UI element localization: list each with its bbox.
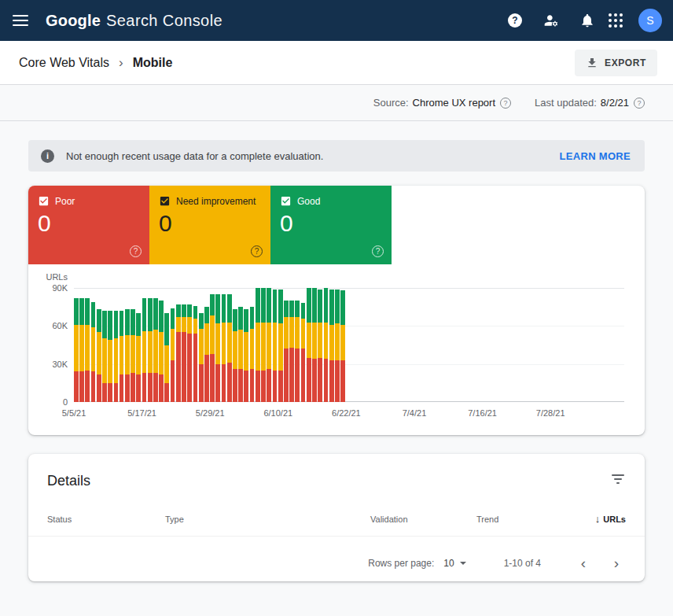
last-updated-label: Last updated: (535, 97, 597, 109)
chart-bar (91, 288, 96, 402)
chart-bar (227, 288, 232, 402)
details-title: Details (28, 473, 645, 489)
menu-icon[interactable] (13, 15, 28, 26)
tile-good-value: 0 (280, 210, 382, 238)
rows-per-page-select[interactable]: 10 (443, 558, 465, 569)
x-axis-tick-label: 5/29/21 (196, 408, 225, 418)
user-settings-icon[interactable] (542, 12, 560, 29)
chart-bar (307, 288, 311, 402)
chart-bar (176, 288, 181, 402)
chart-bar (125, 288, 130, 402)
tile-good[interactable]: Good 0 ? (270, 186, 392, 264)
export-button[interactable]: EXPORT (575, 50, 657, 76)
chart-bar (204, 288, 209, 402)
chart-bar (79, 288, 84, 402)
app-title: Google Search Console (46, 12, 222, 30)
column-header-urls[interactable]: ↓ URLs (563, 513, 626, 525)
chart-bar (108, 288, 112, 402)
previous-page-button[interactable]: ‹ (574, 555, 593, 570)
source-help-icon[interactable]: ? (500, 98, 511, 109)
urls-chart: URLs 90K 60K 30K 0 5/5/215/17/215/29/216… (28, 264, 645, 422)
tile-poor-label: Poor (55, 196, 75, 207)
chart-bar (164, 288, 169, 402)
chart-bar (114, 288, 119, 402)
chart-bar (159, 288, 164, 402)
chart-bar (324, 288, 329, 402)
chart-bar (289, 288, 294, 402)
chart-bar (278, 288, 283, 402)
chart-bar (142, 288, 147, 402)
pagination-bar: Rows per page: 10 1-10 of 4 ‹ › (28, 537, 645, 575)
brand-google: Google (46, 12, 101, 30)
learn-more-link[interactable]: LEARN MORE (560, 150, 631, 162)
column-header-type[interactable]: Type (165, 515, 370, 524)
chart-bar (74, 288, 79, 402)
next-page-button[interactable]: › (607, 555, 626, 570)
chart-bar (295, 288, 300, 402)
core-web-vitals-card: Poor 0 ? Need improvement 0 ? Good 0 (28, 186, 645, 435)
x-axis-tick-label: 5/17/21 (127, 408, 156, 418)
tile-need-improvement-help-icon[interactable]: ? (251, 245, 263, 257)
chart-bar (312, 288, 317, 402)
rows-per-page-value: 10 (443, 558, 454, 569)
x-axis-tick-label: 5/5/21 (62, 408, 86, 418)
x-axis-tick-label: 7/4/21 (403, 408, 427, 418)
chart-bar (187, 288, 192, 402)
column-header-urls-label: URLs (603, 515, 626, 524)
x-axis-tick-label: 7/28/21 (536, 408, 565, 418)
chart-bar (273, 288, 278, 402)
last-updated-help-icon[interactable]: ? (634, 98, 645, 109)
tile-poor[interactable]: Poor 0 ? (28, 186, 149, 264)
page-title: Mobile (133, 56, 173, 70)
export-button-label: EXPORT (605, 57, 646, 68)
chart-bar (267, 288, 271, 402)
y-tick-90k: 90K (36, 283, 68, 293)
chevron-right-icon: › (119, 55, 123, 71)
help-icon[interactable]: ? (506, 12, 524, 29)
top-app-bar: Google Search Console ? S (0, 0, 673, 41)
tile-good-help-icon[interactable]: ? (372, 245, 384, 257)
chart-bar (102, 288, 107, 402)
chart-bar (256, 288, 260, 402)
filter-icon[interactable] (610, 473, 626, 485)
y-tick-0: 0 (36, 397, 68, 407)
chart-bar (335, 288, 340, 402)
rows-per-page-label: Rows per page: (368, 558, 434, 569)
column-header-trend[interactable]: Trend (476, 515, 563, 524)
info-banner: i Not enough recent usage data for a com… (28, 140, 645, 172)
tile-poor-help-icon[interactable]: ? (130, 245, 142, 257)
column-header-validation[interactable]: Validation (370, 515, 476, 524)
chart-bar (131, 288, 135, 402)
chart-bar (250, 288, 255, 402)
sort-descending-icon: ↓ (595, 513, 601, 525)
tile-need-improvement[interactable]: Need improvement 0 ? (149, 186, 270, 264)
dropdown-caret-icon (460, 562, 466, 565)
breadcrumb-core-web-vitals[interactable]: Core Web Vitals (19, 56, 109, 70)
chart-bar (238, 288, 243, 402)
details-table-header: Status Type Validation Trend ↓ URLs (28, 513, 645, 537)
last-updated-info: Last updated: 8/2/21 ? (535, 97, 645, 109)
notifications-bell-icon[interactable] (579, 12, 596, 29)
source-info: Source: Chrome UX report ? (373, 97, 511, 109)
chart-bar (120, 288, 124, 402)
avatar[interactable]: S (638, 9, 662, 32)
chart-bar (340, 288, 345, 402)
info-icon: i (41, 149, 54, 163)
chart-bar (215, 288, 220, 402)
source-value: Chrome UX report (413, 97, 495, 109)
google-apps-grid-icon[interactable] (609, 13, 623, 28)
chart-bar (210, 288, 215, 402)
checkbox-checked-icon (38, 195, 50, 207)
breadcrumb-bar: Core Web Vitals › Mobile EXPORT (0, 41, 673, 85)
checkbox-checked-icon (280, 195, 292, 207)
chart-bar (148, 288, 153, 402)
topbar-actions: ? (506, 12, 596, 29)
chart-bar (153, 288, 158, 402)
status-tiles: Poor 0 ? Need improvement 0 ? Good 0 (28, 186, 645, 264)
y-tick-60k: 60K (36, 321, 68, 330)
column-header-status[interactable]: Status (47, 515, 165, 524)
report-meta-bar: Source: Chrome UX report ? Last updated:… (0, 85, 673, 121)
chart-bar (301, 288, 306, 402)
chart-bar (222, 288, 226, 402)
tile-need-improvement-value: 0 (159, 210, 261, 238)
